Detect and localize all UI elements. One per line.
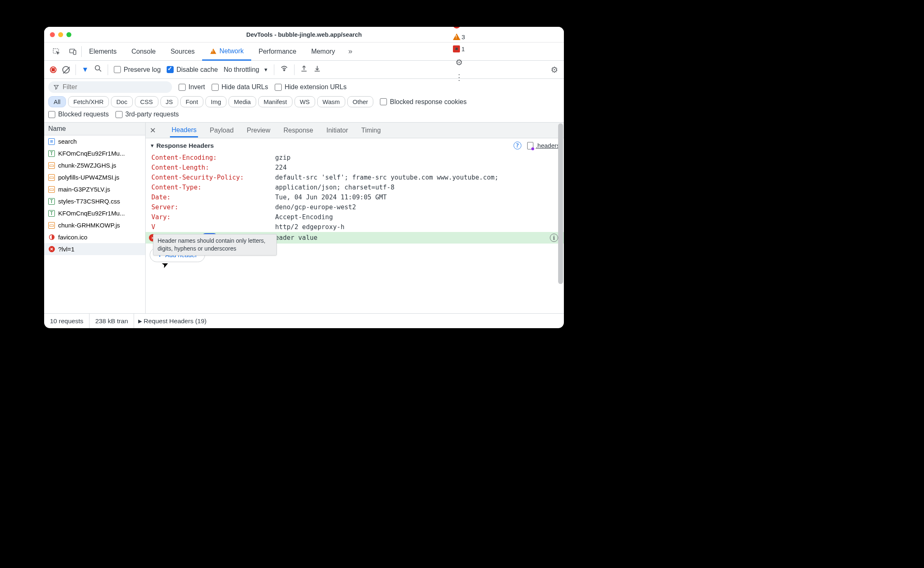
issues-badge[interactable]: ◾ 1 <box>453 45 464 52</box>
hide-data-label: Hide data URLs <box>222 83 268 91</box>
svg-rect-2 <box>73 50 76 54</box>
subtab-response[interactable]: Response <box>282 124 315 137</box>
tab-network[interactable]: Network <box>202 43 251 61</box>
invert-checkbox[interactable]: Invert <box>179 83 205 91</box>
preserve-log-checkbox[interactable]: Preserve log <box>114 66 161 73</box>
request-row[interactable]: favicon.ico <box>44 231 145 243</box>
header-name: Server: <box>151 204 275 211</box>
info-icon[interactable]: i <box>550 234 558 242</box>
more-tabs-button[interactable]: » <box>342 47 358 56</box>
network-conditions-icon[interactable] <box>280 64 288 75</box>
response-headers-section[interactable]: ▼ Response Headers ? .headers <box>146 138 564 153</box>
chip-other[interactable]: Other <box>347 96 374 107</box>
font-icon: T <box>48 198 55 205</box>
request-row[interactable]: ▭main-G3PZY5LV.js <box>44 183 145 195</box>
request-row[interactable]: ▭chunk-Z5WZJGHS.js <box>44 159 145 171</box>
header-name: Content-Encoding: <box>151 154 275 161</box>
request-row[interactable]: ▭chunk-GRHMKOWP.js <box>44 219 145 231</box>
chip-manifest[interactable]: Manifest <box>258 96 292 107</box>
chip-css[interactable]: CSS <box>135 96 158 107</box>
warning-icon <box>210 48 216 54</box>
request-label: chunk-GRHMKOWP.js <box>58 222 120 229</box>
request-row[interactable]: TKFOmCnqEu92Fr1Mu... <box>44 207 145 219</box>
request-row[interactable]: ≡search <box>44 135 145 147</box>
chip-wasm[interactable]: Wasm <box>317 96 345 107</box>
request-label: styles-T73CSHRQ.css <box>58 198 120 205</box>
request-row[interactable]: ▭polyfills-UPW4ZMSI.js <box>44 171 145 183</box>
svg-point-4 <box>284 70 285 71</box>
header-row: Via:http/2 edgeproxy-h <box>146 222 564 232</box>
error-icon: ✕ <box>453 27 460 28</box>
subtab-payload[interactable]: Payload <box>208 124 235 137</box>
subtab-preview[interactable]: Preview <box>245 124 272 137</box>
help-icon[interactable]: ? <box>514 142 521 149</box>
tab-performance[interactable]: Performance <box>251 43 304 60</box>
settings-icon[interactable]: ⚙ <box>455 57 463 67</box>
headers-file-link[interactable]: .headers <box>527 142 560 149</box>
hide-data-urls-checkbox[interactable]: Hide data URLs <box>212 83 268 91</box>
record-button[interactable] <box>50 66 57 73</box>
inspect-element-icon[interactable] <box>48 47 65 56</box>
header-name: Content-Security-Policy: <box>151 174 275 181</box>
custom-header-value[interactable]: header value <box>271 234 318 241</box>
chip-media[interactable]: Media <box>229 96 256 107</box>
scrollbar-thumb[interactable] <box>558 123 563 284</box>
blocked-cookies-checkbox[interactable]: Blocked response cookies <box>380 98 467 106</box>
separator <box>75 64 76 75</box>
third-party-checkbox[interactable]: 3rd-party requests <box>116 111 179 118</box>
chip-fetch-xhr[interactable]: Fetch/XHR <box>68 96 109 107</box>
disable-cache-label: Disable cache <box>177 66 218 73</box>
header-name: Content-Length: <box>151 164 275 171</box>
filter-bar: Invert Hide data URLs Hide extension URL… <box>44 79 564 123</box>
request-label: KFOmCnqEu92Fr1Mu... <box>58 210 125 217</box>
warning-badge[interactable]: 3 <box>453 33 465 40</box>
chip-doc[interactable]: Doc <box>111 96 133 107</box>
tab-console[interactable]: Console <box>124 43 163 60</box>
hide-extension-urls-checkbox[interactable]: Hide extension URLs <box>275 83 346 91</box>
name-column-header[interactable]: Name <box>44 123 145 135</box>
download-har-icon[interactable] <box>314 65 321 74</box>
error-count: 2 <box>462 27 465 28</box>
disable-cache-checkbox[interactable]: Disable cache <box>167 66 218 73</box>
request-row[interactable]: Tstyles-T73CSHRQ.css <box>44 195 145 207</box>
chip-img[interactable]: Img <box>205 96 226 107</box>
tab-memory[interactable]: Memory <box>304 43 342 60</box>
filter-input-wrapper[interactable] <box>48 81 172 93</box>
subtab-timing[interactable]: Timing <box>360 124 382 137</box>
separator <box>294 64 295 75</box>
chip-all[interactable]: All <box>48 96 66 107</box>
disclosure-triangle-icon: ▼ <box>150 143 155 149</box>
close-detail-button[interactable]: ✕ <box>150 126 160 135</box>
filter-toggle-icon[interactable]: ▼ <box>82 66 89 74</box>
blocked-requests-checkbox[interactable]: Blocked requests <box>48 111 109 118</box>
clear-button[interactable] <box>62 66 70 73</box>
subtab-headers[interactable]: Headers <box>170 124 198 137</box>
font-icon: T <box>48 150 55 157</box>
request-headers-section[interactable]: ▶ Request Headers (19) <box>134 317 207 325</box>
chip-font[interactable]: Font <box>180 96 203 107</box>
detail-tabbar: ✕ Headers Payload Preview Response Initi… <box>146 123 564 138</box>
request-row[interactable]: ✕?lvl=1 <box>44 243 145 255</box>
response-headers-title: Response Headers <box>156 142 214 149</box>
blocked-cookies-label: Blocked response cookies <box>390 98 467 106</box>
upload-har-icon[interactable] <box>300 65 308 74</box>
header-value: gzip <box>275 154 290 161</box>
search-icon[interactable] <box>94 65 102 74</box>
scrollbar[interactable] <box>558 123 563 312</box>
device-toggle-icon[interactable] <box>65 47 81 56</box>
filter-input[interactable] <box>63 83 165 91</box>
header-name: Content-Type: <box>151 184 275 191</box>
tab-elements[interactable]: Elements <box>82 43 124 60</box>
transfer-size: 238 kB tran <box>90 314 134 328</box>
kebab-menu-icon[interactable]: ⋮ <box>455 72 463 82</box>
tab-sources[interactable]: Sources <box>163 43 202 60</box>
chip-ws[interactable]: WS <box>295 96 315 107</box>
request-list: ≡search TKFOmCnqEu92Fr1Mu... ▭chunk-Z5WZ… <box>44 135 145 313</box>
throttling-select[interactable]: No throttling ▼ <box>224 66 268 73</box>
error-badge[interactable]: ✕ 2 <box>453 27 465 28</box>
request-row[interactable]: TKFOmCnqEu92Fr1Mu... <box>44 147 145 159</box>
subtab-initiator[interactable]: Initiator <box>325 124 349 137</box>
request-label: main-G3PZY5LV.js <box>58 186 110 193</box>
chip-js[interactable]: JS <box>160 96 179 107</box>
script-icon: ▭ <box>48 174 55 181</box>
